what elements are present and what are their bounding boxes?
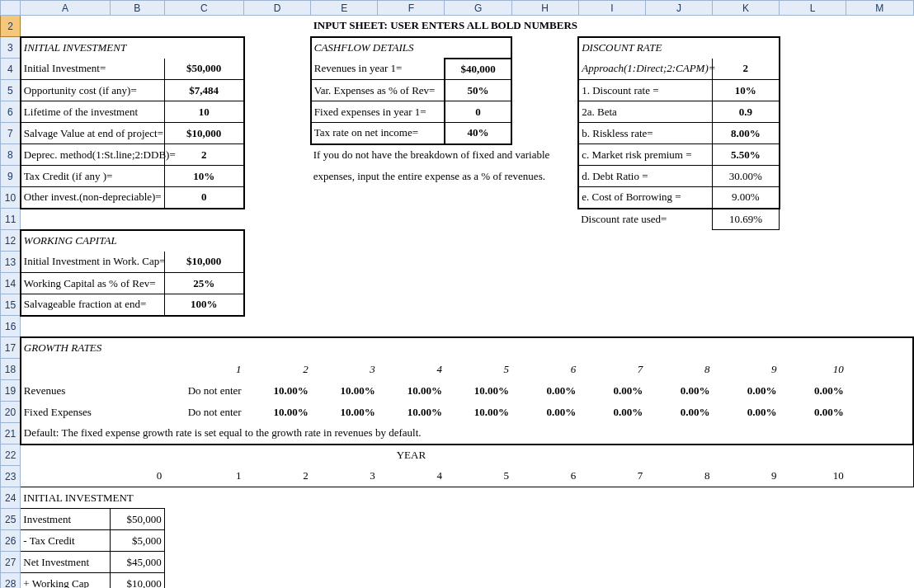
row-header[interactable]: 26 bbox=[1, 530, 21, 552]
section-header-cashflow[interactable]: CASHFLOW DETAILS bbox=[311, 37, 445, 59]
row-header[interactable]: 19 bbox=[1, 380, 21, 402]
cell-value[interactable]: 30.00% bbox=[712, 166, 779, 187]
select-all-corner[interactable] bbox=[1, 1, 21, 16]
growth-value[interactable]: 0.00% bbox=[712, 380, 779, 402]
col-header[interactable]: B bbox=[110, 1, 164, 16]
cell-label[interactable]: e. Cost of Borrowing = bbox=[578, 187, 712, 209]
col-header[interactable]: M bbox=[846, 1, 913, 16]
year-number[interactable]: 3 bbox=[311, 466, 378, 487]
row-header[interactable]: 7 bbox=[1, 123, 21, 144]
col-header[interactable]: A bbox=[21, 1, 111, 16]
year-number[interactable]: 0 bbox=[110, 466, 164, 487]
growth-value[interactable]: 0.00% bbox=[712, 402, 779, 423]
growth-value[interactable]: 10.00% bbox=[311, 402, 378, 423]
cell-label[interactable]: Revenues bbox=[21, 380, 111, 402]
cell-value[interactable]: 2 bbox=[712, 59, 779, 80]
growth-value[interactable]: 0.00% bbox=[645, 402, 712, 423]
cell-label[interactable]: Working Capital as % of Rev= bbox=[21, 273, 164, 294]
cell-label[interactable]: Investment bbox=[21, 509, 111, 530]
growth-value[interactable]: 0.00% bbox=[780, 380, 846, 402]
year-number[interactable]: 2 bbox=[244, 466, 311, 487]
year-number[interactable]: 9 bbox=[712, 466, 779, 487]
col-header[interactable]: K bbox=[712, 1, 779, 16]
growth-value[interactable]: 0.00% bbox=[511, 402, 578, 423]
growth-year[interactable]: 6 bbox=[511, 359, 578, 380]
growth-year[interactable]: 8 bbox=[645, 359, 712, 380]
growth-year[interactable]: 4 bbox=[378, 359, 445, 380]
cell-label[interactable]: Other invest.(non-depreciable)= bbox=[21, 187, 164, 209]
cell-value[interactable]: 40% bbox=[445, 123, 511, 144]
growth-value[interactable]: 10.00% bbox=[244, 380, 311, 402]
growth-value[interactable]: 10.00% bbox=[378, 380, 445, 402]
cell-label[interactable]: Initial Investment in Work. Cap= bbox=[21, 252, 164, 273]
growth-year[interactable]: 10 bbox=[780, 359, 846, 380]
cell-label[interactable]: Fixed Expenses bbox=[21, 402, 164, 423]
section-header-working-capital[interactable]: WORKING CAPITAL bbox=[21, 230, 164, 252]
cell-label[interactable]: Net Investment bbox=[21, 552, 111, 573]
cell-label[interactable]: Initial Investment= bbox=[21, 59, 164, 80]
cell-value[interactable]: 0 bbox=[445, 101, 511, 123]
cell-value[interactable]: 8.00% bbox=[712, 123, 779, 144]
row-header[interactable]: 11 bbox=[1, 209, 21, 230]
cell-label[interactable]: Discount rate used= bbox=[578, 209, 712, 230]
growth-value[interactable]: Do not enter bbox=[164, 380, 243, 402]
cell-value[interactable]: 25% bbox=[164, 273, 243, 294]
section-header-discount[interactable]: DISCOUNT RATE bbox=[578, 37, 712, 59]
row-header[interactable]: 10 bbox=[1, 187, 21, 209]
growth-value[interactable]: 0.00% bbox=[511, 380, 578, 402]
cell-label[interactable]: Approach(1:Direct;2:CAPM)= bbox=[578, 59, 712, 80]
cell-value[interactable]: 50% bbox=[445, 80, 511, 101]
cell-label[interactable]: Tax Credit (if any )= bbox=[21, 166, 164, 187]
cell-value[interactable]: $10,000 bbox=[110, 573, 164, 589]
cell-label[interactable]: Tax rate on net income= bbox=[311, 123, 445, 144]
row-header[interactable]: 28 bbox=[1, 573, 21, 589]
year-number[interactable]: 1 bbox=[164, 466, 243, 487]
cell-label[interactable]: Var. Expenses as % of Rev= bbox=[311, 80, 445, 101]
section-header-growth[interactable]: GROWTH RATES bbox=[21, 337, 164, 359]
cell-value[interactable]: 2 bbox=[164, 144, 243, 166]
cell-label[interactable]: Revenues in year 1= bbox=[311, 59, 445, 80]
row-header[interactable]: 17 bbox=[1, 337, 21, 359]
growth-value[interactable]: 10.00% bbox=[445, 380, 511, 402]
row-header[interactable]: 13 bbox=[1, 252, 21, 273]
col-header[interactable]: C bbox=[164, 1, 243, 16]
row-header[interactable]: 16 bbox=[1, 316, 21, 337]
cell-label[interactable]: Lifetime of the investment bbox=[21, 101, 164, 123]
growth-value[interactable]: 0.00% bbox=[578, 380, 645, 402]
growth-year[interactable]: 2 bbox=[244, 359, 311, 380]
col-header[interactable]: F bbox=[378, 1, 445, 16]
page-title[interactable]: INPUT SHEET: USER ENTERS ALL BOLD NUMBER… bbox=[311, 16, 579, 37]
cell-label[interactable]: 1. Discount rate = bbox=[578, 80, 712, 101]
cell-value[interactable]: 0.9 bbox=[712, 101, 779, 123]
growth-year[interactable]: 1 bbox=[164, 359, 243, 380]
cashflow-note[interactable]: expenses, input the entire expense as a … bbox=[311, 166, 579, 187]
year-number[interactable]: 6 bbox=[511, 466, 578, 487]
cell-value[interactable]: 5.50% bbox=[712, 144, 779, 166]
row-header[interactable]: 15 bbox=[1, 294, 21, 316]
col-header[interactable]: H bbox=[511, 1, 578, 16]
cell-value[interactable]: $50,000 bbox=[110, 509, 164, 530]
year-number[interactable]: 8 bbox=[645, 466, 712, 487]
cell-label[interactable]: Fixed expenses in year 1= bbox=[311, 101, 445, 123]
row-header[interactable]: 9 bbox=[1, 166, 21, 187]
cell-value[interactable]: $45,000 bbox=[110, 552, 164, 573]
growth-year[interactable]: 3 bbox=[311, 359, 378, 380]
year-number[interactable]: 7 bbox=[578, 466, 645, 487]
cell-label[interactable]: Opportunity cost (if any)= bbox=[21, 80, 164, 101]
growth-value[interactable]: 0.00% bbox=[780, 402, 846, 423]
row-header[interactable]: 8 bbox=[1, 144, 21, 166]
section-header-initial-investment[interactable]: INITIAL INVESTMENT bbox=[21, 37, 164, 59]
row-header[interactable]: 2 bbox=[1, 16, 21, 37]
growth-year[interactable]: 7 bbox=[578, 359, 645, 380]
year-number[interactable]: 10 bbox=[780, 466, 846, 487]
cell-value[interactable]: $10,000 bbox=[164, 123, 243, 144]
row-header[interactable]: 23 bbox=[1, 466, 21, 487]
cell-value[interactable]: $40,000 bbox=[445, 59, 511, 80]
growth-value[interactable]: 0.00% bbox=[578, 402, 645, 423]
col-header[interactable]: J bbox=[645, 1, 712, 16]
row-header[interactable]: 12 bbox=[1, 230, 21, 252]
cell-value[interactable]: $50,000 bbox=[164, 59, 243, 80]
row-header[interactable]: 3 bbox=[1, 37, 21, 59]
cell-value[interactable]: 10 bbox=[164, 101, 243, 123]
growth-value[interactable]: 0.00% bbox=[645, 380, 712, 402]
